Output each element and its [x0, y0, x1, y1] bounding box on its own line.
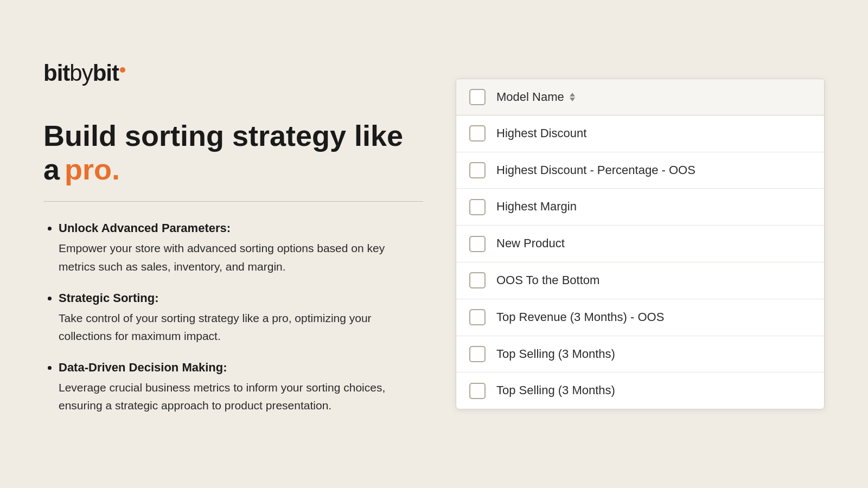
- checkbox-1[interactable]: [469, 162, 486, 178]
- headline-line2: pro.: [65, 153, 120, 185]
- checkbox-4[interactable]: [469, 272, 486, 288]
- row-label-2: Highest Margin: [496, 198, 577, 215]
- page-container: bitbybit Build sorting strategy like a p…: [0, 0, 868, 488]
- bullet-label-3: Data-Driven Decision Making:: [59, 358, 423, 376]
- row-label-0: Highest Discount: [496, 125, 586, 142]
- dropdown-row-6[interactable]: Top Selling (3 Months): [456, 336, 824, 373]
- logo: bitbybit: [43, 60, 423, 86]
- checkbox-0[interactable]: [469, 125, 486, 142]
- checkbox-6[interactable]: [469, 346, 486, 362]
- dropdown-row-3[interactable]: New Product: [456, 226, 824, 262]
- header-label: Model Name: [496, 90, 564, 104]
- divider: [43, 201, 423, 202]
- sort-down-icon: [570, 98, 575, 101]
- logo-by: by: [69, 60, 92, 86]
- bullet-desc-3: Leverage crucial business metrics to inf…: [59, 381, 385, 412]
- headline: Build sorting strategy like a pro.: [43, 119, 423, 186]
- bullet-item-2: Strategic Sorting: Take control of your …: [59, 289, 423, 345]
- row-label-3: New Product: [496, 235, 565, 252]
- logo-bit1: bit: [43, 60, 69, 86]
- bullet-label-2: Strategic Sorting:: [59, 289, 423, 307]
- header-checkbox[interactable]: [469, 89, 486, 105]
- dropdown-row-7[interactable]: Top Selling (3 Months): [456, 373, 824, 409]
- checkbox-3[interactable]: [469, 236, 486, 252]
- sort-up-icon: [570, 93, 575, 97]
- dropdown-row-4[interactable]: OOS To the Bottom: [456, 262, 824, 299]
- logo-bit2: bit: [93, 60, 119, 86]
- row-label-7: Top Selling (3 Months): [496, 382, 615, 399]
- bullet-item-3: Data-Driven Decision Making: Leverage cr…: [59, 358, 423, 415]
- logo-text: bitbybit: [43, 60, 125, 86]
- bullet-desc-2: Take control of your sorting strategy li…: [59, 312, 372, 343]
- checkbox-2[interactable]: [469, 199, 486, 215]
- logo-dot: [120, 67, 125, 73]
- bullet-desc-1: Empower your store with advanced sorting…: [59, 242, 385, 273]
- dropdown-row-0[interactable]: Highest Discount: [456, 115, 824, 152]
- checkbox-5[interactable]: [469, 309, 486, 325]
- row-label-4: OOS To the Bottom: [496, 272, 599, 289]
- sort-icon: [570, 93, 575, 101]
- left-panel: bitbybit Build sorting strategy like a p…: [43, 60, 456, 427]
- row-label-5: Top Revenue (3 Months) - OOS: [496, 309, 664, 326]
- row-label-1: Highest Discount - Percentage - OOS: [496, 162, 695, 179]
- right-panel: Model Name Highest Discount Highest Disc…: [456, 79, 825, 409]
- bullet-list: Unlock Advanced Parameters: Empower your…: [43, 219, 423, 414]
- bullet-label-1: Unlock Advanced Parameters:: [59, 219, 423, 237]
- dropdown-row-5[interactable]: Top Revenue (3 Months) - OOS: [456, 299, 824, 336]
- bullet-item-1: Unlock Advanced Parameters: Empower your…: [59, 219, 423, 275]
- dropdown-card: Model Name Highest Discount Highest Disc…: [456, 79, 825, 409]
- checkbox-7[interactable]: [469, 383, 486, 399]
- dropdown-header[interactable]: Model Name: [456, 79, 824, 115]
- dropdown-row-1[interactable]: Highest Discount - Percentage - OOS: [456, 152, 824, 189]
- row-label-6: Top Selling (3 Months): [496, 346, 615, 363]
- dropdown-row-2[interactable]: Highest Margin: [456, 189, 824, 226]
